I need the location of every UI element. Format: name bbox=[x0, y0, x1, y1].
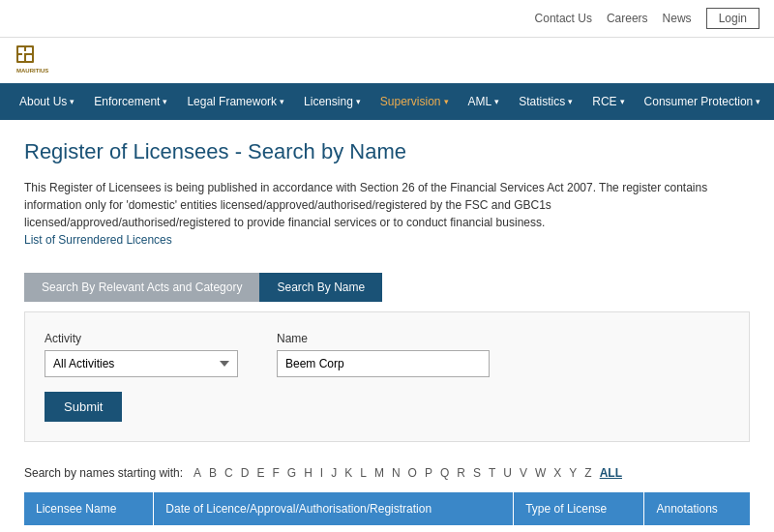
th-type: Type of License bbox=[514, 492, 644, 525]
nav-enforcement-arrow: ▾ bbox=[163, 97, 167, 106]
nav-supervision-arrow: ▾ bbox=[444, 97, 449, 106]
activity-group: Activity All Activities bbox=[45, 332, 238, 377]
name-group: Name bbox=[277, 332, 490, 377]
search-tabs: Search By Relevant Acts and Category Sea… bbox=[0, 263, 774, 302]
nav-consumer-arrow: ▾ bbox=[756, 97, 760, 106]
nav-aml-arrow: ▾ bbox=[494, 97, 499, 106]
alpha-X[interactable]: X bbox=[551, 466, 563, 480]
activity-select[interactable]: All Activities bbox=[45, 350, 238, 377]
fsc-logo: MAURITIUS bbox=[15, 44, 63, 77]
results-table: Licensee Name Date of Licence/Approval/A… bbox=[24, 492, 750, 525]
nav-aml[interactable]: AML ▾ bbox=[459, 83, 510, 120]
alpha-Z[interactable]: Z bbox=[582, 466, 593, 480]
alpha-E[interactable]: E bbox=[254, 466, 266, 480]
top-bar: Contact Us Careers News Login bbox=[0, 0, 774, 38]
submit-button[interactable]: Submit bbox=[45, 392, 122, 422]
alpha-P[interactable]: P bbox=[423, 466, 434, 480]
alpha-V[interactable]: V bbox=[518, 466, 529, 480]
search-form: Activity All Activities Name Submit bbox=[24, 311, 750, 442]
page-title: Register of Licensees - Search by Name bbox=[0, 120, 774, 174]
alpha-Y[interactable]: Y bbox=[567, 466, 579, 480]
alpha-N[interactable]: N bbox=[390, 466, 402, 480]
careers-link[interactable]: Careers bbox=[607, 12, 648, 25]
alpha-L[interactable]: L bbox=[358, 466, 369, 480]
nav-consumer[interactable]: Consumer Protection ▾ bbox=[635, 83, 771, 120]
table-header-row: Licensee Name Date of Licence/Approval/A… bbox=[24, 492, 750, 525]
alpha-J[interactable]: J bbox=[329, 466, 339, 480]
contact-link[interactable]: Contact Us bbox=[535, 12, 592, 25]
main-nav: About Us ▾ Enforcement ▾ Legal Framework… bbox=[0, 83, 774, 120]
name-label: Name bbox=[277, 332, 490, 345]
alpha-R[interactable]: R bbox=[455, 466, 467, 480]
nav-legal-arrow: ▾ bbox=[280, 97, 284, 106]
nav-rce-arrow: ▾ bbox=[620, 97, 625, 106]
description-text: This Register of Licensees is being publ… bbox=[24, 179, 750, 231]
page-description: This Register of Licensees is being publ… bbox=[0, 174, 774, 263]
alpha-G[interactable]: G bbox=[285, 466, 298, 480]
alpha-F[interactable]: F bbox=[270, 466, 281, 480]
alpha-K[interactable]: K bbox=[342, 466, 354, 480]
th-annotations: Annotations bbox=[644, 492, 750, 525]
alpha-I[interactable]: I bbox=[318, 466, 325, 480]
nav-statistics[interactable]: Statistics ▾ bbox=[509, 83, 582, 120]
svg-rect-7 bbox=[22, 47, 24, 61]
nav-media[interactable]: Media Corner ▾ bbox=[770, 83, 774, 120]
nav-licensing[interactable]: Licensing ▾ bbox=[294, 83, 371, 120]
alpha-W[interactable]: W bbox=[533, 466, 548, 480]
alpha-H[interactable]: H bbox=[302, 466, 314, 480]
alpha-O[interactable]: O bbox=[406, 466, 419, 480]
name-input[interactable] bbox=[277, 350, 490, 377]
alpha-M[interactable]: M bbox=[372, 466, 386, 480]
nav-about-arrow: ▾ bbox=[70, 97, 74, 106]
news-link[interactable]: News bbox=[663, 12, 692, 25]
alpha-Q[interactable]: Q bbox=[438, 466, 451, 480]
alpha-label: Search by names starting with: bbox=[24, 466, 183, 480]
th-date: Date of Licence/Approval/Authorisation/R… bbox=[154, 492, 514, 525]
alpha-D[interactable]: D bbox=[239, 466, 252, 480]
tab-acts-category[interactable]: Search By Relevant Acts and Category bbox=[24, 273, 259, 302]
nav-statistics-arrow: ▾ bbox=[568, 97, 573, 106]
alphabet-search: Search by names starting with: A B C D E… bbox=[0, 452, 774, 488]
alpha-B[interactable]: B bbox=[207, 466, 219, 480]
form-row: Activity All Activities Name bbox=[45, 332, 729, 377]
nav-rce[interactable]: RCE ▾ bbox=[582, 83, 634, 120]
tab-by-name[interactable]: Search By Name bbox=[259, 273, 382, 302]
logo-area: MAURITIUS bbox=[0, 38, 774, 83]
nav-legal[interactable]: Legal Framework ▾ bbox=[177, 83, 294, 120]
alpha-A[interactable]: A bbox=[192, 466, 203, 480]
alpha-S[interactable]: S bbox=[471, 466, 483, 480]
nav-about[interactable]: About Us ▾ bbox=[10, 83, 84, 120]
nav-enforcement[interactable]: Enforcement ▾ bbox=[84, 83, 177, 120]
svg-rect-5 bbox=[26, 55, 32, 61]
nav-supervision[interactable]: Supervision ▾ bbox=[371, 83, 459, 120]
alpha-U[interactable]: U bbox=[501, 466, 514, 480]
login-button[interactable]: Login bbox=[706, 8, 759, 29]
alpha-C[interactable]: C bbox=[223, 466, 235, 480]
svg-text:MAURITIUS: MAURITIUS bbox=[16, 68, 48, 74]
surrendered-licences-link[interactable]: List of Surrendered Licences bbox=[24, 233, 172, 247]
activity-label: Activity bbox=[45, 332, 238, 345]
alpha-all[interactable]: ALL bbox=[598, 466, 624, 480]
alpha-T[interactable]: T bbox=[487, 466, 497, 480]
svg-rect-6 bbox=[18, 51, 32, 53]
nav-licensing-arrow: ▾ bbox=[356, 97, 361, 106]
th-licensee-name: Licensee Name bbox=[24, 492, 154, 525]
